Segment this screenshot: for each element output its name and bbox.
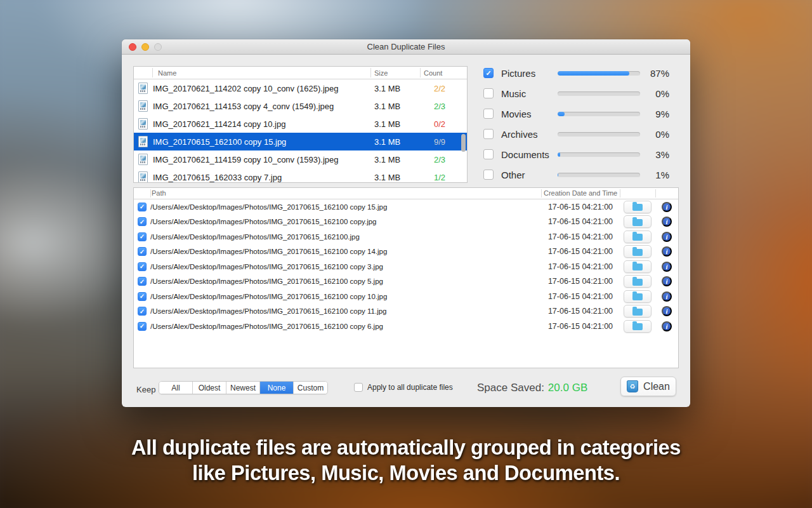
list-item[interactable]: ✓/Users/Alex/Desktop/Images/Photos/IMG_2… bbox=[134, 274, 678, 290]
apply-checkbox[interactable] bbox=[354, 383, 363, 392]
reveal-in-finder-button[interactable] bbox=[624, 201, 652, 213]
info-icon[interactable]: i bbox=[662, 276, 672, 286]
folder-icon bbox=[632, 204, 643, 211]
file-size: 3.1 MB bbox=[369, 84, 419, 93]
reveal-in-finder-button[interactable] bbox=[624, 231, 652, 243]
window-content: Name Size Count IMG_20170621_114202 copy… bbox=[122, 55, 690, 406]
column-divider bbox=[370, 68, 371, 77]
paths-table-header: Path Creation Date and Time bbox=[134, 188, 678, 199]
list-item[interactable]: ✓/Users/Alex/Desktop/Images/Photos/IMG_2… bbox=[134, 199, 678, 215]
reveal-in-finder-button[interactable] bbox=[624, 215, 652, 228]
path-checkbox[interactable]: ✓ bbox=[138, 262, 147, 271]
category-checkbox[interactable] bbox=[483, 129, 494, 139]
reveal-in-finder-button[interactable] bbox=[624, 290, 652, 303]
jpeg-file-icon bbox=[138, 100, 148, 112]
list-item[interactable]: ✓/Users/Alex/Desktop/Images/Photos/IMG_2… bbox=[134, 304, 678, 319]
path-checkbox[interactable]: ✓ bbox=[138, 322, 147, 331]
file-path: /Users/Alex/Desktop/Images/Photos/IMG_20… bbox=[150, 233, 541, 241]
info-icon[interactable]: i bbox=[662, 291, 672, 302]
table-row[interactable]: IMG_20170621_114202 copy 10_conv (1625).… bbox=[134, 79, 467, 97]
list-item[interactable]: ✓/Users/Alex/Desktop/Images/Photos/IMG_2… bbox=[134, 319, 678, 334]
info-icon[interactable]: i bbox=[662, 321, 672, 331]
path-checkbox[interactable]: ✓ bbox=[138, 232, 147, 241]
clean-button[interactable]: ♻ Clean bbox=[620, 377, 676, 396]
keep-label: Keep bbox=[136, 385, 155, 394]
list-item[interactable]: ✓/Users/Alex/Desktop/Images/Photos/IMG_2… bbox=[134, 215, 678, 230]
path-checkbox[interactable]: ✓ bbox=[138, 203, 147, 211]
clean-button-label: Clean bbox=[643, 381, 670, 392]
folder-icon bbox=[632, 309, 643, 316]
list-item[interactable]: ✓/Users/Alex/Desktop/Images/Photos/IMG_2… bbox=[134, 289, 678, 304]
zoom-icon[interactable] bbox=[154, 43, 162, 51]
close-icon[interactable] bbox=[129, 43, 136, 51]
file-path: /Users/Alex/Desktop/Images/Photos/IMG_20… bbox=[150, 293, 541, 300]
titlebar[interactable]: Clean Duplicate Files bbox=[122, 39, 690, 55]
trash-bin-icon: ♻ bbox=[627, 380, 638, 392]
minimize-icon[interactable] bbox=[141, 43, 149, 51]
info-icon[interactable]: i bbox=[662, 232, 672, 242]
category-checkbox[interactable] bbox=[483, 170, 494, 180]
file-count: 2/3 bbox=[419, 102, 461, 111]
category-progress-bar bbox=[558, 152, 640, 157]
keep-segmented-control: AllOldestNewestNoneCustom bbox=[159, 381, 328, 394]
list-item[interactable]: ✓/Users/Alex/Desktop/Images/Photos/IMG_2… bbox=[134, 259, 678, 274]
reveal-in-finder-button[interactable] bbox=[624, 320, 652, 333]
table-row[interactable]: IMG_20170615_162033 copy 7.jpg3.1 MB1/2 bbox=[134, 168, 467, 183]
list-item[interactable]: ✓/Users/Alex/Desktop/Images/Photos/IMG_2… bbox=[134, 244, 678, 260]
info-icon[interactable]: i bbox=[662, 262, 672, 272]
keep-segment-none[interactable]: None bbox=[260, 382, 294, 394]
path-checkbox[interactable]: ✓ bbox=[138, 217, 147, 226]
column-header-date[interactable]: Creation Date and Time bbox=[544, 189, 617, 197]
path-checkbox[interactable]: ✓ bbox=[138, 307, 147, 316]
keep-segment-all[interactable]: All bbox=[159, 382, 193, 394]
column-divider bbox=[420, 68, 421, 77]
folder-icon bbox=[632, 279, 643, 286]
category-progress-bar bbox=[558, 91, 640, 96]
column-header-path[interactable]: Path bbox=[152, 189, 166, 197]
categories-panel: ✓Pictures87%Music0%Movies9%Archives0%Doc… bbox=[483, 63, 669, 185]
category-checkbox[interactable] bbox=[483, 149, 494, 159]
keep-segment-oldest[interactable]: Oldest bbox=[193, 382, 226, 394]
category-percent: 87% bbox=[640, 68, 669, 79]
info-icon[interactable]: i bbox=[662, 306, 672, 316]
jpeg-file-icon bbox=[138, 171, 148, 183]
category-checkbox[interactable] bbox=[483, 109, 494, 119]
table-row[interactable]: IMG_20170621_114153 copy 4_conv (1549).j… bbox=[134, 97, 467, 115]
file-list-scrollbar[interactable] bbox=[461, 134, 466, 152]
keep-segment-custom[interactable]: Custom bbox=[294, 382, 327, 394]
file-path: /Users/Alex/Desktop/Images/Photos/IMG_20… bbox=[150, 218, 541, 225]
category-checkbox[interactable]: ✓ bbox=[483, 68, 494, 78]
file-icon-cell bbox=[134, 118, 153, 130]
reveal-in-finder-button[interactable] bbox=[624, 305, 652, 318]
info-icon[interactable]: i bbox=[662, 202, 672, 212]
column-header-count[interactable]: Count bbox=[419, 69, 461, 77]
path-checkbox[interactable]: ✓ bbox=[138, 292, 147, 301]
info-icon[interactable]: i bbox=[662, 246, 672, 257]
reveal-in-finder-button[interactable] bbox=[624, 260, 652, 273]
column-header-name[interactable]: Name bbox=[153, 69, 369, 77]
path-checkbox[interactable]: ✓ bbox=[138, 277, 147, 286]
reveal-in-finder-button[interactable] bbox=[624, 275, 652, 288]
category-row: ✓Pictures87% bbox=[483, 63, 669, 83]
category-percent: 9% bbox=[640, 109, 669, 119]
path-checkbox-cell: ✓ bbox=[134, 322, 150, 331]
column-divider bbox=[150, 189, 151, 197]
apply-to-all-option[interactable]: Apply to all duplicate files bbox=[354, 383, 453, 392]
bottom-toolbar: Keep AllOldestNewestNoneCustom Apply to … bbox=[122, 376, 690, 406]
category-progress-fill bbox=[558, 173, 558, 177]
column-divider bbox=[541, 189, 542, 197]
table-row[interactable]: IMG_20170621_114159 copy 10_conv (1593).… bbox=[134, 150, 467, 168]
category-row: Archives0% bbox=[483, 124, 669, 144]
category-checkbox[interactable] bbox=[483, 88, 494, 98]
table-row[interactable]: IMG_20170615_162100 copy 15.jpg3.1 MB9/9 bbox=[134, 133, 467, 150]
file-path: /Users/Alex/Desktop/Images/Photos/IMG_20… bbox=[150, 203, 541, 211]
list-item[interactable]: ✓/Users/Alex/Desktop/Images/Photos/IMG_2… bbox=[134, 229, 678, 244]
path-checkbox[interactable]: ✓ bbox=[138, 247, 147, 256]
table-row[interactable]: IMG_20170621_114214 copy 10.jpg3.1 MB0/2 bbox=[134, 115, 467, 133]
column-header-size[interactable]: Size bbox=[369, 69, 419, 77]
path-checkbox-cell: ✓ bbox=[134, 277, 150, 286]
app-window: Clean Duplicate Files Name Size Count IM… bbox=[122, 39, 690, 407]
keep-segment-newest[interactable]: Newest bbox=[226, 382, 260, 394]
info-icon[interactable]: i bbox=[662, 217, 672, 227]
reveal-in-finder-button[interactable] bbox=[624, 245, 652, 258]
